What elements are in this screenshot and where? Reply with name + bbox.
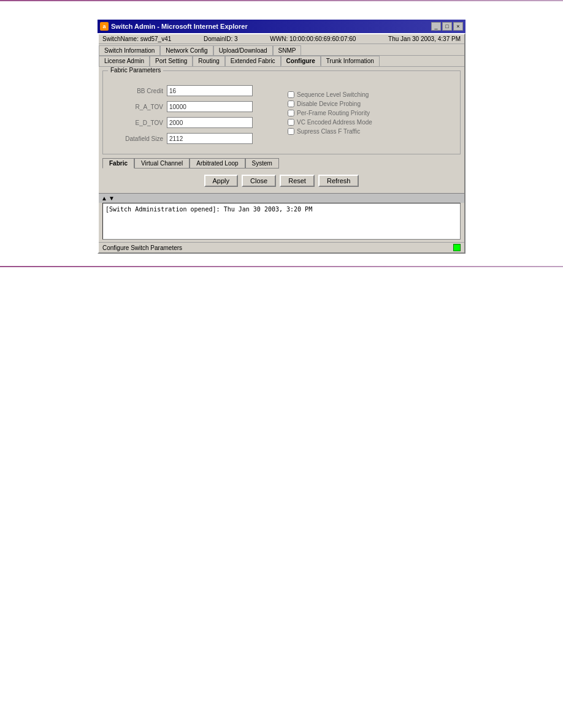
scroll-down-icon[interactable]: ▼	[109, 195, 115, 202]
maximize-button[interactable]: □	[442, 22, 452, 31]
button-row: Apply Close Reset Refresh	[102, 172, 461, 189]
vc-encoded-addr-checkbox[interactable]	[288, 119, 294, 126]
tab-row-1: Switch Information Network Config Upload…	[99, 44, 464, 56]
close-button[interactable]: Close	[242, 175, 276, 187]
scroll-indicator: ▲ ▼	[99, 193, 464, 203]
status-bar: Configure Switch Parameters	[99, 242, 464, 252]
vc-encoded-addr-row: VC Encoded Address Mode	[288, 119, 455, 126]
vc-encoded-addr-label: VC Encoded Address Mode	[297, 119, 372, 126]
tab-switch-information[interactable]: Switch Information	[99, 45, 160, 55]
status-text: Configure Switch Parameters	[102, 245, 182, 251]
bb-credit-input[interactable]	[167, 85, 253, 96]
minimize-button[interactable]: _	[431, 22, 441, 31]
seq-level-switching-row: Sequence Level Switching	[288, 91, 455, 98]
sub-tab-fabric[interactable]: Fabric	[102, 158, 134, 169]
form-fields: BB Credit R_A_TOV E_D_TOV	[108, 85, 275, 149]
window-controls: _ □ ×	[431, 22, 463, 31]
seq-level-switching-checkbox[interactable]	[288, 91, 294, 98]
datafield-size-row: Datafield Size	[108, 133, 275, 144]
suppress-class-f-row: Supress Class F Traffic	[288, 128, 455, 135]
r-a-tov-label: R_A_TOV	[108, 104, 163, 110]
tab-configure[interactable]: Configure	[281, 56, 321, 66]
sub-tab-arbitrated-loop[interactable]: Arbitrated Loop	[190, 158, 245, 169]
sub-tab-virtual-channel[interactable]: Virtual Channel	[134, 158, 190, 169]
per-frame-routing-checkbox[interactable]	[288, 110, 294, 116]
top-rule	[0, 0, 563, 1]
scroll-up-icon[interactable]: ▲	[101, 195, 107, 202]
info-bar: SwitchName: swd57_v41 DomainID: 3 WWN: 1…	[99, 34, 464, 44]
close-window-button[interactable]: ×	[453, 22, 463, 31]
r-a-tov-input[interactable]	[167, 101, 253, 112]
per-frame-routing-label: Per-Frame Routing Priority	[297, 110, 370, 116]
log-area: [Switch Administration opened]: Thu Jan …	[102, 203, 461, 240]
apply-button[interactable]: Apply	[204, 175, 239, 187]
disable-device-probing-label: Disable Device Probing	[297, 100, 361, 107]
window-app-icon: a	[100, 22, 109, 31]
tab-trunk-information[interactable]: Trunk Information	[321, 56, 380, 66]
r-a-tov-row: R_A_TOV	[108, 101, 275, 112]
switch-name-label: SwitchName: swd57_v41	[102, 36, 171, 42]
window-titlebar: a Switch Admin - Microsoft Internet Expl…	[98, 20, 465, 33]
per-frame-routing-row: Per-Frame Routing Priority	[288, 110, 455, 116]
reset-button[interactable]: Reset	[280, 175, 315, 187]
e-d-tov-row: E_D_TOV	[108, 117, 275, 128]
titlebar-left: a Switch Admin - Microsoft Internet Expl…	[100, 22, 248, 31]
e-d-tov-label: E_D_TOV	[108, 119, 163, 126]
log-content: [Switch Administration opened]: Thu Jan …	[105, 206, 312, 213]
tab-network-config[interactable]: Network Config	[160, 45, 213, 55]
wwn-label: WWN: 10:00:00:60:69:60:07:60	[270, 36, 356, 42]
domain-id-label: DomainID: 3	[204, 36, 238, 42]
group-box-legend: Fabric Parameters	[108, 67, 163, 74]
window-title: Switch Admin - Microsoft Internet Explor…	[111, 23, 248, 30]
suppress-class-f-checkbox[interactable]	[288, 128, 294, 135]
status-indicator	[453, 244, 461, 251]
tab-port-setting[interactable]: Port Setting	[150, 56, 193, 66]
window-body: SwitchName: swd57_v41 DomainID: 3 WWN: 1…	[98, 33, 465, 254]
checkboxes-panel: Sequence Level Switching Disable Device …	[288, 85, 455, 149]
e-d-tov-input[interactable]	[167, 117, 253, 128]
datafield-size-input[interactable]	[167, 133, 253, 144]
sub-tab-system[interactable]: System	[245, 158, 279, 169]
disable-device-probing-checkbox[interactable]	[288, 100, 294, 107]
group-box-inner: BB Credit R_A_TOV E_D_TOV	[108, 76, 455, 149]
tab-upload-download[interactable]: Upload/Download	[213, 45, 273, 55]
seq-level-switching-label: Sequence Level Switching	[297, 91, 369, 98]
bb-credit-row: BB Credit	[108, 85, 275, 96]
tab-extended-fabric[interactable]: Extended Fabric	[225, 56, 281, 66]
main-window: a Switch Admin - Microsoft Internet Expl…	[98, 20, 465, 254]
bottom-rule	[0, 266, 563, 267]
tab-row-2: License Admin Port Setting Routing Exten…	[99, 56, 464, 67]
datafield-size-label: Datafield Size	[108, 135, 163, 142]
sub-tab-row: Fabric Virtual Channel Arbitrated Loop S…	[102, 158, 461, 169]
date-label: Thu Jan 30 2003, 4:37 PM	[388, 36, 461, 42]
disable-device-probing-row: Disable Device Probing	[288, 100, 455, 107]
suppress-class-f-label: Supress Class F Traffic	[297, 128, 360, 135]
refresh-button[interactable]: Refresh	[318, 175, 359, 187]
bb-credit-label: BB Credit	[108, 88, 163, 94]
tab-snmp[interactable]: SNMP	[273, 45, 302, 55]
fabric-parameters-group: Fabric Parameters BB Credit R_A_TOV	[102, 70, 461, 154]
tab-license-admin[interactable]: License Admin	[99, 56, 150, 66]
tab-routing[interactable]: Routing	[193, 56, 224, 66]
content-area: Fabric Parameters BB Credit R_A_TOV	[99, 67, 464, 193]
